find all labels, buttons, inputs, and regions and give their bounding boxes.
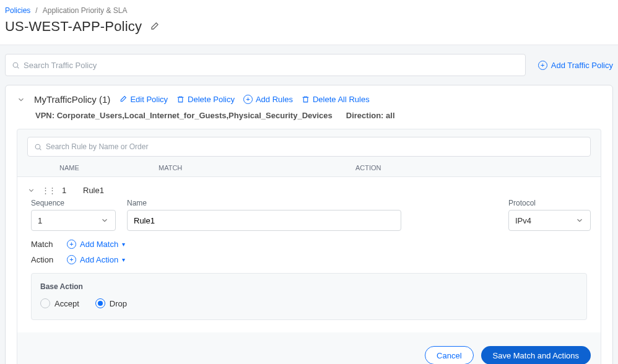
- edit-policy-link[interactable]: Edit Policy: [119, 95, 168, 104]
- pencil-icon: [119, 95, 127, 103]
- breadcrumb-root-link[interactable]: Policies: [5, 6, 30, 15]
- add-match-button[interactable]: + Add Match ▾: [67, 240, 125, 249]
- radio-icon: [40, 298, 50, 308]
- rule-name-input[interactable]: [127, 210, 401, 231]
- action-section-label: Action: [31, 255, 58, 264]
- page-title: US-WEST-APP-Policy: [5, 19, 142, 35]
- breadcrumb-current: Application Priority & SLA: [43, 6, 128, 15]
- breadcrumb: Policies / Application Priority & SLA: [0, 0, 618, 19]
- sequence-select[interactable]: 1: [31, 210, 116, 231]
- base-action-panel: Base Action Accept Drop: [31, 273, 587, 320]
- column-action: ACTION: [355, 164, 381, 171]
- page-title-row: US-WEST-APP-Policy: [0, 19, 618, 45]
- cancel-button[interactable]: Cancel: [425, 346, 473, 364]
- protocol-select[interactable]: IPv4: [508, 210, 591, 231]
- svg-point-0: [13, 63, 18, 67]
- svg-point-1: [35, 144, 40, 149]
- drag-handle-icon[interactable]: ⋮⋮: [41, 186, 48, 194]
- save-button[interactable]: Save Match and Actions: [481, 346, 591, 364]
- plus-circle-icon: +: [243, 95, 253, 104]
- base-action-drop-radio[interactable]: Drop: [95, 298, 127, 308]
- name-label: Name: [127, 199, 401, 207]
- add-action-button[interactable]: + Add Action ▾: [67, 255, 125, 264]
- collapse-policy-icon[interactable]: [17, 95, 25, 104]
- plus-circle-icon: +: [67, 240, 76, 249]
- collapse-rule-icon[interactable]: [27, 186, 35, 194]
- rules-panel: NAME MATCH ACTION ⋮⋮ 1 Rule1 Sequence: [17, 129, 601, 364]
- column-match: MATCH: [159, 164, 355, 171]
- column-name: NAME: [59, 164, 159, 171]
- match-section-label: Match: [31, 240, 58, 249]
- vpn-meta: VPN: Corporate_Users,Local_Internet_for_…: [35, 111, 333, 120]
- trash-icon: [302, 95, 310, 103]
- trash-icon: [176, 95, 185, 103]
- rule-row: ⋮⋮ 1 Rule1 Sequence 1: [17, 176, 601, 332]
- add-traffic-policy-button[interactable]: + Add Traffic Policy: [538, 61, 613, 70]
- search-icon: [34, 143, 42, 151]
- traffic-policy-search[interactable]: [5, 54, 526, 76]
- base-action-accept-radio[interactable]: Accept: [40, 298, 79, 308]
- radio-selected-icon: [95, 298, 105, 308]
- edit-title-icon[interactable]: [149, 22, 159, 32]
- policy-card: MyTrafficPolicy (1) Edit Policy Delete P…: [5, 85, 613, 364]
- delete-policy-link[interactable]: Delete Policy: [176, 95, 235, 104]
- direction-meta: Direction: all: [346, 111, 395, 120]
- traffic-policy-search-input[interactable]: [24, 61, 519, 70]
- chevron-down-icon: [575, 216, 584, 225]
- add-rules-link[interactable]: + Add Rules: [243, 95, 293, 104]
- chevron-down-icon: [100, 216, 109, 225]
- rule-order: 1: [62, 186, 67, 195]
- base-action-title: Base Action: [40, 282, 578, 291]
- sequence-label: Sequence: [31, 199, 116, 207]
- plus-circle-icon: +: [538, 61, 547, 70]
- chevron-down-icon: ▾: [122, 241, 125, 248]
- rule-name-label: Rule1: [83, 186, 104, 195]
- chevron-down-icon: ▾: [122, 256, 125, 263]
- rule-search[interactable]: [27, 137, 591, 157]
- policy-name: MyTrafficPolicy (1): [34, 94, 110, 105]
- rule-columns-header: NAME MATCH ACTION: [17, 164, 601, 176]
- add-traffic-policy-label: Add Traffic Policy: [551, 61, 613, 70]
- rule-search-input[interactable]: [46, 142, 584, 151]
- delete-all-rules-link[interactable]: Delete All Rules: [302, 95, 370, 104]
- plus-circle-icon: +: [67, 255, 76, 264]
- search-icon: [12, 61, 20, 69]
- breadcrumb-separator: /: [35, 6, 37, 15]
- protocol-label: Protocol: [508, 199, 591, 207]
